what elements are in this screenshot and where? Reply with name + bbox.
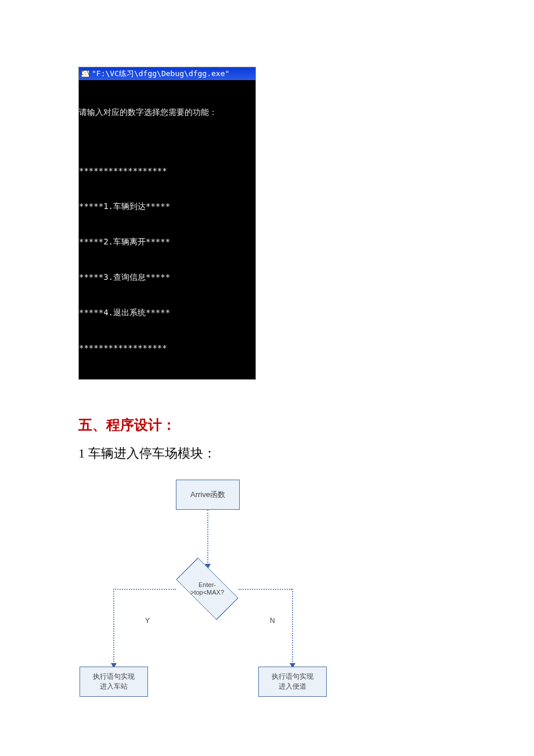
flow-node-line: 进入车站 — [100, 682, 128, 692]
flow-connector — [239, 589, 292, 590]
flow-node-decision: Enter- >top<MAX? — [176, 568, 239, 610]
flow-node-line: 执行语句实现 — [93, 672, 135, 682]
cond-line1: Enter- — [199, 581, 216, 588]
cond-line2: >top<MAX? — [190, 589, 224, 596]
term-line: *****2.车辆离开***** — [79, 236, 254, 247]
flow-node-enter-station: 执行语句实现 进入车站 — [80, 667, 148, 697]
subheading: 1 车辆进入停车场模块： — [78, 445, 456, 462]
document-page: C:\ "F:\VC练习\dfgg\Debug\dfgg.exe" 请输入对应的… — [0, 0, 534, 756]
flow-connector — [113, 589, 176, 590]
flow-connector — [113, 589, 114, 664]
terminal-body: 请输入对应的数字选择您需要的功能： ****************** ***… — [79, 80, 255, 379]
flow-node-label: Arrive函数 — [190, 489, 225, 500]
flow-node-arrive: Arrive函数 — [176, 480, 240, 510]
term-line: *****3.查询信息***** — [79, 271, 254, 283]
term-line: *****4.退出系统***** — [79, 307, 254, 318]
branch-label-y: Y — [145, 617, 150, 625]
flow-node-line: 执行语句实现 — [272, 672, 313, 682]
flowchart: Arrive函数 Enter- >top<MAX? Y N 执行语句实现 进入车… — [78, 480, 456, 718]
flow-connector — [207, 510, 208, 565]
term-line: ****************** — [79, 342, 254, 354]
flow-connector — [292, 589, 293, 664]
flow-node-line: 进入便道 — [279, 682, 306, 692]
branch-label-n: N — [270, 617, 275, 625]
terminal-titlebar: C:\ "F:\VC练习\dfgg\Debug\dfgg.exe" — [79, 67, 255, 80]
flow-node-enter-lane: 执行语句实现 进入便道 — [258, 667, 327, 697]
term-line: 请输入对应的数字选择您需要的功能： — [79, 106, 254, 118]
section-heading: 五、程序设计： — [78, 416, 456, 434]
cmd-icon: C:\ — [81, 70, 89, 77]
terminal-title-text: "F:\VC练习\dfgg\Debug\dfgg.exe" — [92, 69, 229, 79]
term-line: ****************** — [79, 165, 254, 177]
terminal-window: C:\ "F:\VC练习\dfgg\Debug\dfgg.exe" 请输入对应的… — [78, 67, 256, 380]
term-line: *****1.车辆到达***** — [79, 200, 254, 212]
flow-decision-label: Enter- >top<MAX? — [190, 581, 224, 596]
